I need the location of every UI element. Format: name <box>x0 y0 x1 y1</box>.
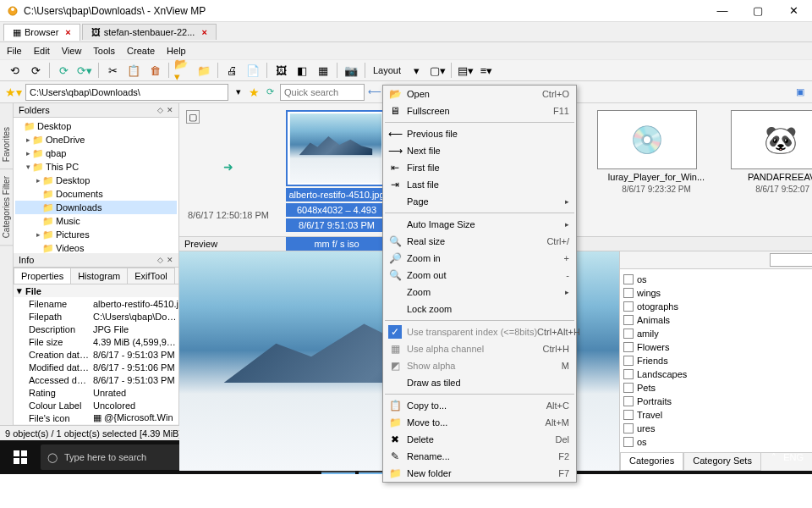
menu-item[interactable]: 📁New folderF7 <box>383 465 576 482</box>
menu-item[interactable]: 🖥FullscreenF11 <box>383 102 576 119</box>
category-item[interactable]: amily <box>623 327 812 340</box>
menu-item[interactable]: 🔍Real sizeCtrl+/ <box>383 233 576 250</box>
thumbnail-card[interactable]: alberto-restifo-4510.jpg6048x4032 – 4.49… <box>286 110 387 229</box>
tree-arrow-icon[interactable]: ▸ <box>34 176 42 185</box>
checkbox-icon[interactable] <box>623 437 634 447</box>
batch-icon[interactable]: ▦ <box>314 61 332 80</box>
info-tab[interactable]: ExifTool <box>127 268 175 284</box>
thumb-image[interactable] <box>286 110 386 186</box>
menu-tools[interactable]: Tools <box>93 46 115 56</box>
category-item[interactable]: Travel <box>623 408 812 422</box>
check-icon[interactable]: ▢ <box>186 110 200 124</box>
category-item[interactable]: Animals <box>623 313 812 327</box>
tree-arrow-icon[interactable]: ▾ <box>24 163 32 171</box>
menu-create[interactable]: Create <box>127 46 155 56</box>
folders-tree[interactable]: 📁Desktop▸📁OneDrive▸📁qbap▾📁This PC▸📁Deskt… <box>14 118 178 253</box>
menu-item[interactable]: Zoom▸ <box>383 284 576 301</box>
folder-item[interactable]: 📁Videos <box>15 241 177 253</box>
info-undock-icon[interactable]: ◇ <box>157 256 163 264</box>
menu-item[interactable]: 📁Move to...Alt+M <box>383 414 576 431</box>
menu-item[interactable]: 🔎Zoom in+ <box>383 250 576 267</box>
menu-item[interactable]: Page▸ <box>383 193 576 210</box>
bookmark-icon[interactable]: ★ <box>249 86 260 99</box>
checkbox-icon[interactable] <box>623 288 634 298</box>
forward-icon[interactable]: ⟳ <box>26 61 45 80</box>
folders-undock-icon[interactable]: ◇ <box>157 106 163 114</box>
sort-icon[interactable]: ≡▾ <box>477 61 496 80</box>
cut-icon[interactable]: ✂ <box>103 61 122 80</box>
menu-file[interactable]: File <box>7 46 22 56</box>
menu-edit[interactable]: Edit <box>34 46 50 56</box>
thumbnail-card[interactable]: 🐼PANDAFREEAV.exe8/6/17 9:52:07 PM <box>731 110 812 229</box>
thumb-icon[interactable]: 🐼 <box>731 110 812 169</box>
copy-icon[interactable]: 📋 <box>124 61 143 80</box>
thumb-icon[interactable]: 💿 <box>597 110 697 169</box>
tree-arrow-icon[interactable]: ▸ <box>24 135 32 144</box>
menu-item[interactable]: ✎Rename...F2 <box>383 448 576 465</box>
checkbox-icon[interactable] <box>623 369 634 379</box>
category-item[interactable]: Landscapes <box>623 367 812 381</box>
layout-dropdown-icon[interactable]: ▾ <box>407 61 425 80</box>
menu-item[interactable]: 📋Copy to...Alt+C <box>383 397 576 414</box>
panel-collapse-icon[interactable]: ▣ <box>793 86 807 99</box>
info-close-icon[interactable]: ✕ <box>167 256 173 264</box>
category-item[interactable]: Pets <box>623 381 812 395</box>
checkbox-icon[interactable] <box>623 315 634 325</box>
layout-label[interactable]: Layout <box>370 65 404 75</box>
compare-icon[interactable]: ◧ <box>293 61 311 80</box>
path-input[interactable] <box>25 84 228 101</box>
tray-chevron-icon[interactable]: ˄ <box>771 452 776 463</box>
properties-list[interactable]: ▾FileFilenamealberto-restifo-4510.jFilep… <box>14 284 178 425</box>
document-tab[interactable]: 🖼 stefan-stenbauer-22...× <box>82 24 217 40</box>
category-item[interactable]: os <box>623 435 812 449</box>
tab-close-icon[interactable]: × <box>201 27 206 37</box>
panel-icon[interactable]: ▢▾ <box>428 61 447 80</box>
folder-item[interactable]: ▸📁OneDrive <box>15 133 177 146</box>
checkbox-icon[interactable] <box>623 423 634 433</box>
menu-item[interactable]: Lock zoom <box>383 301 576 318</box>
menu-item[interactable]: ⇤First file <box>383 159 576 176</box>
folder-item[interactable]: 📁Documents <box>15 187 177 201</box>
checkbox-icon[interactable] <box>623 329 634 339</box>
folder-item[interactable]: 📁Music <box>15 214 177 228</box>
menu-view[interactable]: View <box>62 46 82 56</box>
category-item[interactable]: Friends <box>623 354 812 367</box>
menu-help[interactable]: Help <box>167 46 186 56</box>
start-button[interactable] <box>3 440 37 474</box>
system-tray[interactable]: ˄ ENG <box>771 452 809 463</box>
checkbox-icon[interactable] <box>623 356 634 366</box>
checkbox-icon[interactable] <box>623 274 634 284</box>
folder-item[interactable]: ▸📁Desktop <box>15 174 177 187</box>
menu-item[interactable]: Auto Image Size▸ <box>383 216 576 233</box>
back-icon[interactable]: ⟲ <box>5 61 24 80</box>
side-tab[interactable]: Favorites <box>0 120 13 169</box>
camera-icon[interactable]: 📷 <box>342 61 360 80</box>
category-search-input[interactable] <box>770 253 812 267</box>
refresh-icon[interactable]: ⟳ <box>54 61 73 80</box>
category-item[interactable]: ures <box>623 422 812 435</box>
menu-item[interactable]: ✖DeleteDel <box>383 431 576 448</box>
refresh-dropdown-icon[interactable]: ⟳▾ <box>75 61 94 80</box>
menu-item[interactable]: 🔍Zoom out- <box>383 267 576 284</box>
category-tab[interactable]: Categories <box>620 453 683 471</box>
maximize-button[interactable]: ▢ <box>746 4 770 17</box>
thumbnail-card[interactable]: 💿luray_Player_for_Win...8/6/17 9:23:32 P… <box>597 110 716 229</box>
tree-arrow-icon[interactable]: ▸ <box>24 149 32 157</box>
tree-arrow-icon[interactable]: ▸ <box>34 230 42 239</box>
favorite-star-icon[interactable]: ★▾ <box>5 86 22 99</box>
menu-item[interactable]: 📂OpenCtrl+O <box>383 86 576 102</box>
path-dropdown-icon[interactable]: ▾ <box>232 86 245 99</box>
checkbox-icon[interactable] <box>623 342 634 352</box>
category-item[interactable]: Portraits <box>623 395 812 408</box>
category-item[interactable]: os <box>623 273 812 286</box>
folder-item[interactable]: 📁Downloads <box>15 201 177 214</box>
checkbox-icon[interactable] <box>623 396 634 406</box>
document-icon[interactable]: 📄 <box>244 61 262 80</box>
print-icon[interactable]: 🖨 <box>222 61 241 80</box>
folder-item[interactable]: 📁Desktop <box>15 119 177 133</box>
folder-item[interactable]: ▾📁This PC <box>15 160 177 174</box>
info-tab[interactable]: Properties <box>14 268 71 284</box>
folders-close-icon[interactable]: ✕ <box>167 106 173 114</box>
menu-item[interactable]: ⇥Last file <box>383 176 576 193</box>
folder-icon[interactable]: 📁 <box>195 61 213 80</box>
